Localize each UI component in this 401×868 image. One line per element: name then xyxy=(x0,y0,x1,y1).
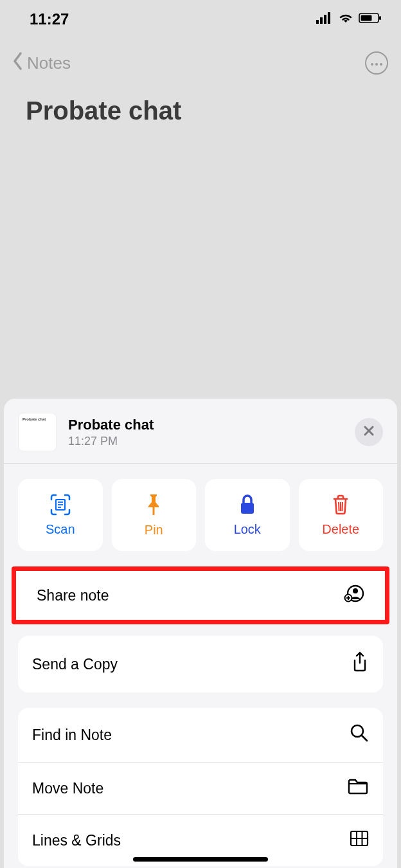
lines-grids-label: Lines & Grids xyxy=(32,832,121,849)
quick-actions: Scan Pin Lock Delete xyxy=(4,464,397,566)
cellular-signal-icon xyxy=(316,12,333,26)
delete-label: Delete xyxy=(322,522,359,537)
svg-rect-2 xyxy=(324,15,326,24)
svg-rect-6 xyxy=(379,16,381,20)
ellipsis-icon xyxy=(370,57,383,69)
nav-bar: Notes xyxy=(0,51,401,75)
trash-icon xyxy=(331,494,350,516)
home-indicator[interactable] xyxy=(133,857,268,862)
find-in-note-label: Find in Note xyxy=(32,727,112,744)
status-icons xyxy=(316,12,382,26)
svg-line-18 xyxy=(343,502,343,511)
send-copy-label: Send a Copy xyxy=(32,656,118,673)
thumbnail-text: Probate chat xyxy=(22,417,46,421)
wifi-icon xyxy=(338,12,353,26)
send-copy-row[interactable]: Send a Copy xyxy=(18,636,383,692)
move-note-label: Move Note xyxy=(32,780,103,797)
close-icon xyxy=(363,425,375,439)
scan-button[interactable]: Scan xyxy=(18,479,103,551)
lock-label: Lock xyxy=(234,522,261,537)
find-in-note-row[interactable]: Find in Note xyxy=(18,708,383,762)
pin-button[interactable]: Pin xyxy=(112,479,197,551)
grid-icon xyxy=(350,830,369,851)
note-thumbnail: Probate chat xyxy=(18,413,57,451)
search-icon xyxy=(350,723,369,746)
note-title: Probate chat xyxy=(26,96,181,125)
back-label: Notes xyxy=(27,53,71,73)
chevron-left-icon xyxy=(13,52,23,75)
share-note-label: Share note xyxy=(37,587,109,604)
delete-button[interactable]: Delete xyxy=(299,479,384,551)
share-note-group: Share note xyxy=(12,566,389,624)
move-note-row[interactable]: Move Note xyxy=(18,762,383,814)
more-options-button[interactable] xyxy=(365,51,388,75)
sheet-title: Probate chat xyxy=(68,417,343,433)
pin-label: Pin xyxy=(145,523,163,538)
scan-label: Scan xyxy=(46,522,75,537)
pin-icon xyxy=(144,493,163,516)
person-add-icon xyxy=(343,584,364,607)
sheet-subtitle: 11:27 PM xyxy=(68,435,343,448)
send-copy-group: Send a Copy xyxy=(18,636,383,692)
sheet-header: Probate chat Probate chat 11:27 PM xyxy=(4,399,397,464)
scan-icon xyxy=(49,494,72,516)
svg-line-16 xyxy=(339,502,339,511)
lock-button[interactable]: Lock xyxy=(205,479,290,551)
svg-line-25 xyxy=(362,736,367,741)
svg-point-7 xyxy=(371,63,373,66)
svg-rect-14 xyxy=(153,507,155,515)
utilities-group: Find in Note Move Note Lines & Grids xyxy=(18,708,383,866)
back-button[interactable]: Notes xyxy=(13,52,71,75)
status-time: 11:27 xyxy=(19,10,69,28)
svg-point-9 xyxy=(380,63,382,66)
share-sheet: Probate chat Probate chat 11:27 PM Scan xyxy=(4,399,397,868)
svg-point-8 xyxy=(375,63,378,66)
status-bar: 11:27 xyxy=(0,0,401,39)
svg-rect-1 xyxy=(320,17,323,24)
share-note-row[interactable]: Share note xyxy=(16,571,385,620)
svg-point-20 xyxy=(353,588,358,593)
battery-icon xyxy=(359,12,382,26)
folder-icon xyxy=(347,778,369,799)
share-icon xyxy=(351,651,369,677)
close-sheet-button[interactable] xyxy=(355,418,383,446)
svg-rect-15 xyxy=(241,503,254,514)
svg-rect-5 xyxy=(361,15,372,21)
svg-rect-0 xyxy=(316,20,319,24)
svg-rect-3 xyxy=(328,12,330,24)
lock-icon xyxy=(238,494,257,516)
